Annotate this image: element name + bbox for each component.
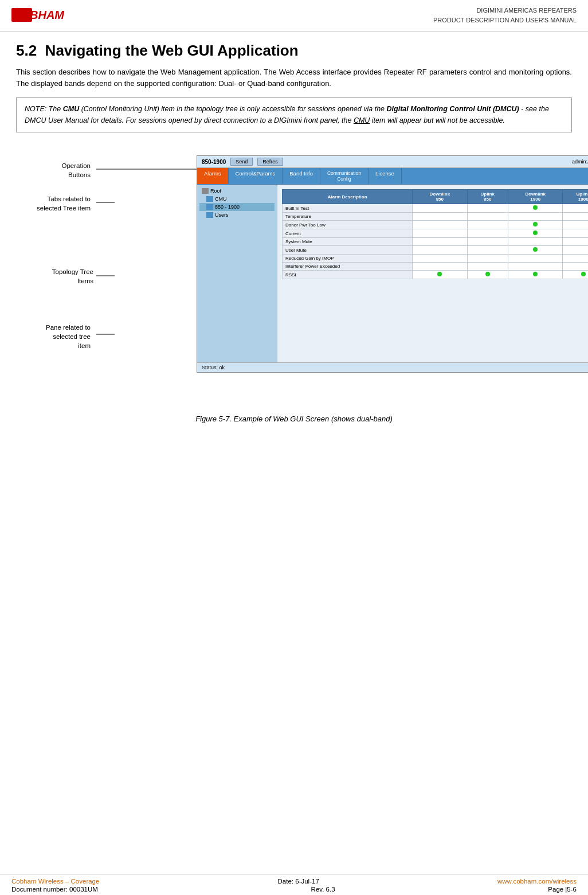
tree-label-users: Users xyxy=(215,212,229,218)
footer-date: Date: 6-Jul-17 xyxy=(278,878,319,885)
cobham-logo: COBHAM xyxy=(11,6,92,28)
tree-item-root[interactable]: Root xyxy=(199,187,275,195)
tree-label-cmu: CMU xyxy=(215,196,227,202)
alarm-donor-pwr: Donor Pwr Too Low xyxy=(283,221,413,229)
figure-caption: Figure 5-7. Example of Web GUI Screen (s… xyxy=(16,415,572,423)
section-title: 5.2 Navigating the Web GUI Application xyxy=(16,42,572,60)
tree-label-band: 850 - 1900 xyxy=(215,204,240,210)
gui-tabs: Alarms Control&Params Band Info Communic… xyxy=(197,168,588,185)
col-ul1900: Uplink1900 xyxy=(563,190,588,204)
table-row: Interferer Power Exceeded xyxy=(283,263,589,271)
cmu-icon xyxy=(206,196,213,202)
root-icon xyxy=(202,188,209,194)
green-dot xyxy=(533,205,538,210)
footer-revision: Rev. 6.3 xyxy=(311,886,335,893)
green-dot xyxy=(485,272,490,276)
label-tabs-related: Tabs related to selected Tree item xyxy=(22,194,91,213)
diagram-area: Operation Buttons Tabs related to select… xyxy=(16,145,572,409)
green-dot xyxy=(437,272,442,276)
section-number: 5.2 xyxy=(16,42,37,59)
header-title-line2: PRODUCT DESCRIPTION AND USER'S MANUAL xyxy=(433,15,577,25)
alarm-user-mute: User Mute xyxy=(283,246,413,255)
gui-body: Root CMU 850 - 1900 Users xyxy=(197,185,588,362)
alarm-reduced-gain: Reduced Gain by IMOP xyxy=(283,255,413,263)
label-pane-related: Pane related to selected tree item xyxy=(22,323,91,350)
col-alarm-desc: Alarm Description xyxy=(283,190,413,204)
alarm-rssi: RSSI xyxy=(283,271,413,279)
alarm-built-in-test: Built In Test xyxy=(283,204,413,213)
col-ul850: Uplink850 xyxy=(467,190,508,204)
green-dot xyxy=(533,247,538,252)
gui-main-panel: Alarm Description Downlink850 Uplink850 … xyxy=(277,185,588,362)
logo-area: COBHAM xyxy=(11,6,92,28)
section-body: This section describes how to navigate t… xyxy=(16,67,572,89)
footer-page: Page |5-6 xyxy=(548,886,577,893)
gui-mockup: 850-1900 Send Refres admin:ADMIN Alarms … xyxy=(197,155,588,373)
alarm-current: Current xyxy=(283,229,413,238)
section-heading: Navigating the Web GUI Application xyxy=(45,42,299,59)
note-label: NOTE: The CMU (Control Monitoring Unit) … xyxy=(25,105,549,124)
status-text: Status: ok xyxy=(202,365,225,370)
gui-topbar: 850-1900 Send Refres admin:ADMIN xyxy=(197,156,588,168)
gui-band-label: 850-1900 xyxy=(202,159,226,165)
band-icon xyxy=(206,204,213,210)
table-row: System Mute xyxy=(283,238,589,246)
tab-communication-config[interactable]: CommunicationConfig xyxy=(320,168,369,184)
green-dot xyxy=(581,272,586,276)
refresh-button[interactable]: Refres xyxy=(257,158,283,166)
green-dot xyxy=(533,222,538,226)
page-footer: Cobham Wireless – Coverage Date: 6-Jul-1… xyxy=(0,874,588,895)
table-row: Built In Test xyxy=(283,204,589,213)
table-row: Reduced Gain by IMOP xyxy=(283,255,589,263)
footer-doc-number: Document number: 00031UM xyxy=(11,886,98,893)
alarm-interferer: Interferer Power Exceeded xyxy=(283,263,413,271)
alarm-temperature: Temperature xyxy=(283,213,413,221)
page-header: COBHAM DIGIMINI AMERICAS REPEATERS PRODU… xyxy=(0,0,588,32)
tree-item-users[interactable]: Users xyxy=(199,211,275,219)
gui-statusbar: Status: ok xyxy=(197,362,588,372)
svg-text:COBHAM: COBHAM xyxy=(13,9,65,21)
footer-cobham-label: Cobham Wireless – Coverage xyxy=(11,878,99,885)
table-row: RSSI xyxy=(283,271,589,279)
col-dl850: Downlink850 xyxy=(413,190,467,204)
alarm-system-mute: System Mute xyxy=(283,238,413,246)
header-right: DIGIMINI AMERICAS REPEATERS PRODUCT DESC… xyxy=(433,6,577,25)
label-operation-buttons: Operation Buttons xyxy=(33,161,91,179)
green-dot xyxy=(533,272,538,276)
col-dl1900: Downlink1900 xyxy=(508,190,563,204)
footer-website: www.cobham.com/wireless xyxy=(497,878,577,885)
green-dot xyxy=(533,230,538,235)
footer-row2: Document number: 00031UM Rev. 6.3 Page |… xyxy=(11,886,577,893)
tab-license[interactable]: License xyxy=(369,168,402,184)
tab-control-params[interactable]: Control&Params xyxy=(229,168,283,184)
tab-alarms[interactable]: Alarms xyxy=(197,168,229,184)
tree-item-band[interactable]: 850 - 1900 xyxy=(199,203,275,211)
table-row: Current xyxy=(283,229,589,238)
header-title-line1: DIGIMINI AMERICAS REPEATERS xyxy=(433,6,577,15)
send-button[interactable]: Send xyxy=(230,158,253,166)
tab-band-info[interactable]: Band Info xyxy=(283,168,320,184)
footer-row1: Cobham Wireless – Coverage Date: 6-Jul-1… xyxy=(11,878,577,885)
users-icon xyxy=(206,212,213,218)
admin-label: admin:ADMIN xyxy=(572,159,588,165)
table-row: Temperature xyxy=(283,213,589,221)
tree-label-root: Root xyxy=(210,188,221,194)
label-topology-tree: Topology Tree Items xyxy=(25,267,93,286)
table-row: Donor Pwr Too Low xyxy=(283,221,589,229)
gui-sidebar: Root CMU 850 - 1900 Users xyxy=(197,185,277,362)
main-content: 5.2 Navigating the Web GUI Application T… xyxy=(0,32,588,452)
table-row: User Mute xyxy=(283,246,589,255)
tree-item-cmu[interactable]: CMU xyxy=(199,195,275,203)
alarm-table: Alarm Description Downlink850 Uplink850 … xyxy=(282,189,588,279)
note-box: NOTE: The CMU (Control Monitoring Unit) … xyxy=(16,97,572,132)
